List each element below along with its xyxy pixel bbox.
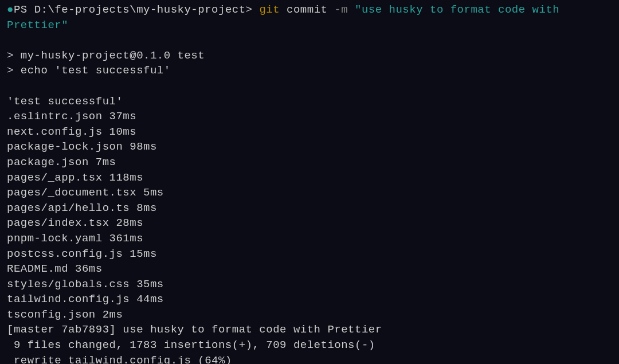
output-line: package.json 7ms (7, 155, 612, 170)
commit-msg-part2: Prettier" (7, 19, 68, 32)
output-line (7, 33, 612, 48)
output-line: > echo 'test successful' (7, 63, 612, 79)
output-line: pages/_document.tsx 5ms (7, 185, 612, 201)
prompt-path: D:\fe-projects\my-husky-project (34, 3, 246, 16)
output-line: .eslintrc.json 37ms (7, 109, 612, 124)
prompt-sep: > (246, 3, 260, 16)
output-line: 9 files changed, 1783 insertions(+), 709… (7, 338, 612, 353)
git-command: git (259, 3, 280, 16)
output-line: pages/api/hello.ts 8ms (7, 201, 612, 216)
output-line: postcss.config.js 15ms (7, 246, 612, 262)
output-line (7, 79, 612, 94)
output-line: [master 7ab7893] use husky to format cod… (7, 322, 612, 338)
flag-m: -m (334, 3, 348, 16)
output-line: 'test successful' (7, 94, 612, 109)
output-line: pages/index.tsx 28ms (7, 216, 612, 231)
terminal-output[interactable]: ●PS D:\fe-projects\my-husky-project> git… (7, 2, 612, 364)
output-line: next.config.js 10ms (7, 124, 612, 140)
commit-msg-part1: "use husky to format code with (348, 3, 566, 16)
output-line: > my-husky-project@0.1.0 test (7, 48, 612, 64)
output-line: styles/globals.css 35ms (7, 277, 612, 292)
commit-word: commit (280, 3, 334, 16)
output-line: package-lock.json 98ms (7, 139, 612, 155)
output-line: README.md 36ms (7, 261, 612, 277)
output-line: tsconfig.json 2ms (7, 307, 612, 323)
prompt-marker-icon: ● (7, 3, 14, 16)
prompt-prefix: PS (14, 3, 34, 16)
output-line: pnpm-lock.yaml 361ms (7, 231, 612, 246)
output-line: rewrite tailwind.config.js (64%) (7, 353, 612, 364)
output-line: tailwind.config.js 44ms (7, 292, 612, 307)
output-line: pages/_app.tsx 118ms (7, 170, 612, 186)
prompt-line: ●PS D:\fe-projects\my-husky-project> git… (7, 2, 612, 33)
